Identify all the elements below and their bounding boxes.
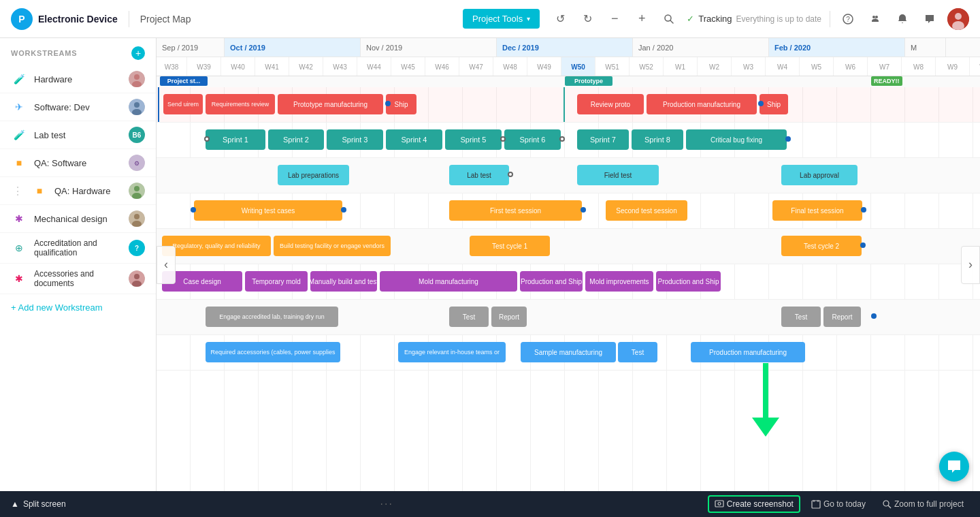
hardware-avatar [129,71,145,87]
task-sprint3[interactable]: Sprint 3 [327,129,383,150]
redo-button[interactable]: ↻ [578,10,597,29]
task-critical-bug[interactable]: Critical bug fixing [686,129,787,150]
task-manually-build[interactable]: Manually build and test [310,271,377,292]
task-second-test-session[interactable]: Second test session [606,200,687,221]
task-test-cycle2[interactable]: Test cycle 2 [781,236,862,256]
task-prototype-mfg[interactable]: Prototype manufacturing [278,94,383,114]
task-lab-test[interactable]: Lab test [449,165,509,185]
sprint1-dot [204,136,210,142]
task-test-acc-final[interactable]: Test [618,342,657,362]
bottom-dots: ··· [380,498,393,510]
task-sprint4[interactable]: Sprint 4 [386,129,442,150]
qa-hardware-row: Regulatory, quality and reliability Buil… [157,229,980,264]
scroll-left-button[interactable]: ‹ [157,246,176,284]
workstream-qa-hardware[interactable]: ⋮ ■ QA: Hardware [0,177,156,205]
add-workstream-link[interactable]: + Add new Workstream [0,294,156,321]
task-field-test[interactable]: Field test [577,165,659,185]
search-icon[interactable] [659,10,679,29]
milestone-dot2 [758,101,764,106]
bell-icon[interactable] [893,10,912,29]
task-test-acc1[interactable]: Test [449,307,489,327]
users-icon[interactable] [866,10,885,29]
task-engage-teams[interactable]: Engage relevant in-house teams or [398,342,506,362]
task-sample-mfg[interactable]: Sample manufacturing [521,342,616,362]
task-engage-lab[interactable]: Engage accredited lab, training dry run [206,307,338,327]
task-mold-mfg[interactable]: Mold manufacturing [380,271,517,292]
workstream-hardware[interactable]: 🧪 Hardware [0,65,156,93]
task-lab-approval[interactable]: Lab approval [781,165,858,185]
zoom-to-full-button[interactable]: Zoom to full project [877,497,969,512]
task-first-test-session[interactable]: First test session [449,200,582,221]
task-production-ship1[interactable]: Production and Ship [520,271,583,292]
task-production-mfg[interactable]: Production manufacturing [647,94,757,114]
task-final-test-session[interactable]: Final test session [772,200,862,221]
task-regulatory[interactable]: Regulatory, quality and reliability [162,236,271,256]
mechanical-icon: ✱ [11,210,27,227]
task-test-cycle1[interactable]: Test cycle 1 [470,236,550,256]
week-w47: W47 [459,57,493,76]
workstream-software-dev[interactable]: ✈ Software: Dev [0,93,156,121]
week-w5: W5 [800,57,834,76]
zoom-out-button[interactable]: − [605,10,624,29]
svg-text:⚙: ⚙ [134,160,140,167]
undo-button[interactable]: ↺ [551,10,570,29]
task-sprint6[interactable]: Sprint 6 [504,129,561,150]
workstream-qa-software[interactable]: ■ QA: Software ⚙ [0,149,156,177]
create-screenshot-button[interactable]: Create screenshot [708,495,800,513]
project-tools-button[interactable]: Project Tools ▾ [463,9,540,29]
task-report-acc2[interactable]: Report [823,307,861,327]
project-name: Electronic Device [38,14,118,25]
svg-point-22 [134,274,140,279]
week-w8: W8 [902,57,936,76]
go-to-today-button[interactable]: Go to today [806,497,871,512]
timeline-header: Sep / 2019 Oct / 2019 Nov / 2019 Dec / 2… [157,38,980,76]
add-workstream-icon[interactable]: + [131,46,145,60]
chat-icon[interactable] [920,10,939,29]
qa-hardware-icon: ■ [31,183,48,199]
task-test-acc2[interactable]: Test [781,307,821,327]
prototype-label: Prototype [565,76,612,86]
workstream-accreditation[interactable]: ⊕ Accreditation and qualification ? [0,233,156,264]
workstream-label: QA: Software [34,158,122,168]
task-report-acc1[interactable]: Report [491,307,527,327]
task-required-accessories[interactable]: Required accessories (cables, power supp… [206,342,340,362]
month-oct: Oct / 2019 [225,38,361,57]
scroll-right-button[interactable]: › [961,246,980,284]
task-lab-prep[interactable]: Lab preparations [278,165,349,185]
tracking-label: Tracking [698,14,732,24]
task-sprint5[interactable]: Sprint 5 [445,129,502,150]
week-w44: W44 [357,57,391,76]
task-ship2[interactable]: Ship [760,94,788,114]
gantt-area: ‹ › Sep / 2019 Oct / 2019 Nov / 2019 Dec… [157,38,980,491]
task-sprint2[interactable]: Sprint 2 [268,129,324,150]
user-avatar[interactable] [947,8,969,30]
task-production-mfg-final[interactable]: Production manufacturing [691,342,805,362]
task-mold-improvements[interactable]: Mold improvements [585,271,653,292]
accessories-icon: ✱ [11,270,27,287]
week-w1: W1 [664,57,698,76]
chat-fab-button[interactable] [939,452,969,482]
week-w6: W6 [834,57,868,76]
task-requirements-review[interactable]: Requirements review [206,94,275,114]
task-temp-mold[interactable]: Temporary mold [245,271,308,292]
zoom-in-button[interactable]: + [632,10,651,29]
workstream-accessories[interactable]: ✱ Accessories and documents [0,264,156,294]
workstream-mechanical[interactable]: ✱ Mechanical design [0,205,156,233]
help-icon[interactable]: ? [838,10,858,29]
task-build-testing[interactable]: Build testing facility or engage vendors [274,236,391,256]
split-screen-button[interactable]: ▲ Split screen [11,499,66,509]
task-production-ship2[interactable]: Production and Ship [656,271,721,292]
qa-software-avatar: ⚙ [129,155,145,171]
tracking-area: ✓ Tracking Everything is up to date [687,14,821,24]
task-review-proto[interactable]: Review proto [577,94,644,114]
mechanical-avatar [129,210,145,227]
software-dev-row: Sprint 1 Sprint 2 Sprint 3 Sprint 4 Spri… [157,123,980,158]
more-icon: ⋮ [11,184,24,198]
task-writing-test-cases[interactable]: Writing test cases [194,200,342,221]
task-sprint7[interactable]: Sprint 7 [577,129,629,150]
task-send-requirements[interactable]: Send uirem [163,94,203,114]
task-sprint8[interactable]: Sprint 8 [632,129,683,150]
task-sprint1[interactable]: Sprint 1 [206,129,265,150]
workstream-lab-test[interactable]: 🧪 Lab test B6 [0,121,156,149]
week-w2: W2 [698,57,732,76]
